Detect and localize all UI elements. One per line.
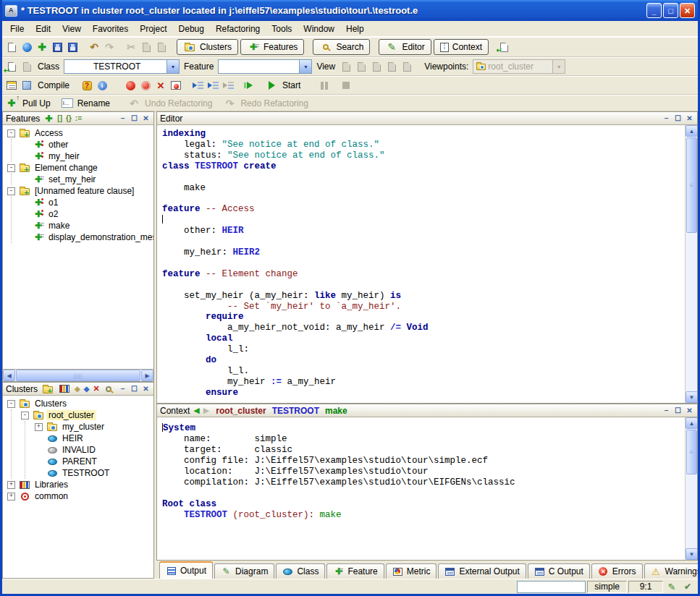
menu-edit[interactable]: Edit xyxy=(30,22,56,35)
close-button[interactable]: ✕ xyxy=(680,3,695,18)
view-clickable-icon[interactable] xyxy=(355,61,368,73)
context-tool-button[interactable]: Context xyxy=(434,39,489,55)
tree-row-o2[interactable]: ✚o2 xyxy=(20,208,153,220)
features-maximize-icon[interactable]: ☐ xyxy=(130,114,139,123)
tab-warnings[interactable]: ⚠Warnings xyxy=(644,563,700,579)
tree-label-common[interactable]: common xyxy=(33,491,70,501)
tree-row-common[interactable]: +common xyxy=(6,490,153,502)
tab-metric[interactable]: Metric xyxy=(386,563,437,579)
status-search-input[interactable] xyxy=(517,581,586,593)
tree-label-unnamed-feature-clause[interactable]: [Unnamed feature clause] xyxy=(33,186,136,196)
tab-c-output[interactable]: C Output xyxy=(528,563,590,579)
menu-tools[interactable]: Tools xyxy=(266,22,298,35)
context-minimize-icon[interactable]: – xyxy=(662,406,671,415)
show-breakpoints-icon[interactable] xyxy=(169,80,182,92)
tree-row-clusters[interactable]: -Clusters xyxy=(6,398,153,409)
editor-vertical-scrollbar[interactable]: ▲ ≡ ▼ xyxy=(685,125,697,403)
tab-class[interactable]: Class xyxy=(276,563,325,579)
tree-row-root-cluster[interactable]: -root_cluster xyxy=(20,409,153,421)
tab-external-output[interactable]: External Output xyxy=(438,563,526,579)
features-braces-icon[interactable]: {} xyxy=(66,114,72,122)
title-bar[interactable]: * TESTROOT in cluster root_cluster locat… xyxy=(2,0,698,21)
context-close-icon[interactable]: ✕ xyxy=(685,406,694,415)
compile-icon[interactable] xyxy=(20,80,33,92)
clusters-add-item-icon[interactable]: ◆ xyxy=(84,385,90,393)
scroll-thumb[interactable]: ≡ xyxy=(686,430,697,474)
tree-label-root-cluster[interactable]: root_cluster xyxy=(46,410,96,420)
scroll-left-icon[interactable]: ◀ xyxy=(3,370,15,381)
tree-label-element-change[interactable]: Element change xyxy=(33,163,100,173)
editor-minimize-icon[interactable]: – xyxy=(662,114,671,123)
clusters-search-icon[interactable] xyxy=(104,383,114,395)
tree-row-make[interactable]: ✚make xyxy=(20,220,153,231)
scroll-thumb[interactable]: |||| xyxy=(16,370,140,381)
tree-label-o1[interactable]: o1 xyxy=(46,197,60,208)
clusters-close-icon[interactable]: ✕ xyxy=(141,384,151,393)
editor-close-icon[interactable]: ✕ xyxy=(685,114,694,123)
clusters-new-cluster-icon[interactable] xyxy=(41,384,54,394)
menu-favorites[interactable]: Favorites xyxy=(87,22,134,35)
maximize-button[interactable]: □ xyxy=(663,3,678,18)
paste-icon[interactable] xyxy=(155,41,168,54)
editor-tool-button[interactable]: ✎ Editor xyxy=(379,39,431,55)
tree-label-my-heir[interactable]: my_heir xyxy=(46,151,82,161)
menu-debug[interactable]: Debug xyxy=(173,22,210,35)
step-into-icon[interactable] xyxy=(191,80,204,92)
tree-row-testroot[interactable]: TESTROOT xyxy=(33,467,153,479)
features-add-icon[interactable]: ✚ xyxy=(43,114,54,124)
features-brackets-icon[interactable]: [] xyxy=(57,114,62,122)
class-combo[interactable]: TESTROOT ▼ xyxy=(64,59,180,74)
tree-label-libraries[interactable]: Libraries xyxy=(33,480,70,490)
enable-breakpoints-icon[interactable] xyxy=(124,80,137,92)
tree-row-invalid[interactable]: INVALID xyxy=(33,444,153,456)
step-out-icon[interactable] xyxy=(222,80,235,92)
new-item-icon[interactable]: ✚ xyxy=(35,41,49,54)
clusters-library-icon[interactable] xyxy=(58,384,71,394)
context-maximize-icon[interactable]: ☐ xyxy=(673,406,683,415)
open-file-icon[interactable] xyxy=(20,41,33,54)
history-forward-icon[interactable] xyxy=(20,61,33,73)
editor-maximize-icon[interactable]: ☐ xyxy=(673,114,683,123)
undo-refactoring-icon[interactable]: ↶ xyxy=(127,97,140,109)
tree-row-other[interactable]: ✚other xyxy=(20,139,153,150)
start-label[interactable]: Start xyxy=(280,80,303,90)
disable-breakpoints-icon[interactable] xyxy=(139,80,152,92)
feature-combo[interactable]: ▼ xyxy=(218,59,312,74)
save-icon[interactable] xyxy=(51,41,64,54)
tree-row-parent[interactable]: PARENT xyxy=(33,456,153,467)
context-crumb-make[interactable]: make xyxy=(322,406,350,416)
context-forward-icon[interactable]: ▶ xyxy=(203,406,209,414)
pull-up-label[interactable]: Pull Up xyxy=(20,98,53,108)
tree-expander-icon[interactable]: - xyxy=(21,412,29,420)
tree-row-my-heir[interactable]: ✚my_heir xyxy=(20,150,153,162)
view-basic-icon[interactable] xyxy=(340,61,353,73)
tree-expander-icon[interactable]: - xyxy=(7,400,15,408)
tree-expander-icon[interactable]: - xyxy=(7,129,15,137)
pause-icon[interactable] xyxy=(318,80,331,92)
cut-icon[interactable]: ✂ xyxy=(125,41,138,54)
features-minimize-icon[interactable]: – xyxy=(118,114,127,123)
view-flat-icon[interactable] xyxy=(370,61,383,73)
view-interface-icon[interactable] xyxy=(400,61,413,73)
tab-errors[interactable]: ✕Errors xyxy=(591,563,643,579)
search-tool-button[interactable]: Search xyxy=(313,39,370,55)
stop-icon[interactable] xyxy=(340,80,353,92)
tree-label-access[interactable]: Access xyxy=(33,128,65,138)
menu-help[interactable]: Help xyxy=(340,22,370,35)
tree-row-unnamed-feature-clause[interactable]: -[Unnamed feature clause] xyxy=(6,185,153,197)
tree-row-libraries[interactable]: +Libraries xyxy=(6,479,153,490)
menu-view[interactable]: View xyxy=(56,22,87,35)
run-ignore-breakpoints-icon[interactable] xyxy=(243,80,256,92)
rename-label[interactable]: Rename xyxy=(75,98,112,108)
context-crumb-testroot[interactable]: TESTROOT xyxy=(269,406,322,416)
menu-project[interactable]: Project xyxy=(134,22,172,35)
compile-label[interactable]: Compile xyxy=(35,80,72,90)
project-settings-icon[interactable] xyxy=(5,80,18,92)
start-icon[interactable] xyxy=(265,80,278,92)
tree-label-heir[interactable]: HEIR xyxy=(60,433,85,443)
menu-window[interactable]: Window xyxy=(298,22,340,35)
scroll-up-icon[interactable]: ▲ xyxy=(686,125,697,137)
tree-label-make[interactable]: make xyxy=(46,221,72,231)
features-close-icon[interactable]: ✕ xyxy=(141,114,151,123)
tree-row-element-change[interactable]: -Element change xyxy=(6,162,153,174)
